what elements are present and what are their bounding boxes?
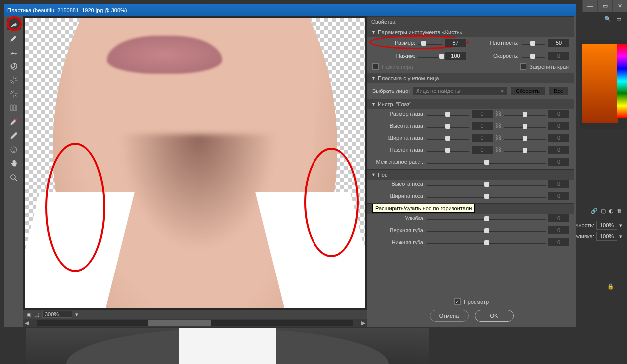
stylus-checkbox <box>372 63 379 70</box>
upper-lip-slider[interactable] <box>427 227 546 234</box>
scroll-right-icon[interactable]: ▶ <box>360 320 367 326</box>
mask-icon[interactable]: ▢ <box>601 208 606 214</box>
triangle-down-icon: ▼ <box>371 76 376 81</box>
fill-input[interactable] <box>596 232 617 241</box>
lower-lip-input[interactable] <box>548 238 570 247</box>
liquify-dialog: Пластика (beautiful-2150881_1920.jpg @ 3… <box>4 4 576 327</box>
reset-face-button[interactable]: Сбросить <box>510 86 545 96</box>
reconstruct-tool[interactable] <box>7 32 21 44</box>
smooth-tool[interactable] <box>7 46 21 58</box>
nose-header[interactable]: ▼ Нос <box>367 169 574 180</box>
properties-header: Свойства <box>367 16 574 27</box>
pressure-input[interactable] <box>445 51 467 60</box>
twirl-tool[interactable] <box>7 60 21 72</box>
eye-height-right-slider[interactable] <box>504 122 546 129</box>
eye-tilt-right-input[interactable] <box>548 145 570 154</box>
fit-icon[interactable]: ▣ <box>26 311 31 318</box>
dialog-titlebar[interactable]: Пластика (beautiful-2150881_1920.jpg @ 3… <box>4 4 576 16</box>
eye-width-left-input[interactable] <box>471 133 493 142</box>
horizontal-scrollbar[interactable]: ◀ ▶ <box>23 319 367 327</box>
link-icon[interactable]: ⛓ <box>495 147 502 153</box>
density-input[interactable] <box>548 38 570 47</box>
forward-warp-tool[interactable] <box>7 18 21 30</box>
eye-size-left-input[interactable] <box>471 109 493 118</box>
actual-icon[interactable]: ▢ <box>34 311 39 318</box>
adjust-icon[interactable]: ◐ <box>609 208 614 214</box>
pressure-slider[interactable] <box>418 52 442 59</box>
size-slider[interactable] <box>418 39 442 46</box>
hand-tool[interactable] <box>7 158 21 170</box>
eye-tilt-left-slider[interactable] <box>427 146 469 153</box>
nose-height-slider[interactable] <box>427 181 546 187</box>
thaw-mask-tool[interactable] <box>7 130 21 142</box>
size-input[interactable] <box>445 38 467 47</box>
nose-height-label: Высота носа: <box>371 181 425 187</box>
scrollbar-thumb[interactable] <box>148 320 211 326</box>
link-icon[interactable]: ⛓ <box>495 135 502 141</box>
link-icon[interactable]: ⛓ <box>495 123 502 129</box>
liquify-canvas[interactable] <box>25 18 365 308</box>
eye-distance-slider[interactable] <box>427 158 546 165</box>
face-tool[interactable] <box>7 144 21 156</box>
link-icon[interactable]: 🔗 <box>591 208 598 214</box>
eye-height-left-input[interactable] <box>471 121 493 130</box>
rate-slider[interactable] <box>522 52 545 59</box>
eye-tilt-left-input[interactable] <box>471 145 493 154</box>
stylus-label: Нажим пера <box>382 64 413 70</box>
eye-height-right-input[interactable] <box>548 121 570 130</box>
eyes-header[interactable]: ▼ Инстр. "Глаз" <box>367 99 574 109</box>
hue-strip[interactable] <box>617 44 627 118</box>
eye-width-left-slider[interactable] <box>427 134 469 141</box>
maximize-button[interactable]: ▭ <box>597 0 612 12</box>
color-gradient[interactable] <box>582 44 618 123</box>
chevron-down-icon[interactable]: ▾ <box>619 222 622 229</box>
eye-width-right-slider[interactable] <box>504 134 546 141</box>
opacity-input[interactable] <box>596 221 617 230</box>
search-icon[interactable]: 🔍 <box>604 16 611 22</box>
eye-size-right-slider[interactable] <box>504 110 546 117</box>
upper-lip-input[interactable] <box>548 226 570 235</box>
nose-width-input[interactable] <box>548 191 570 200</box>
freeze-mask-tool[interactable] <box>7 116 21 128</box>
all-faces-button[interactable]: Все <box>548 86 569 96</box>
ok-button[interactable]: OK <box>475 310 514 322</box>
mouth-header[interactable]: ▼ Рот Расширить/сузить нос по горизонтал… <box>367 203 574 214</box>
chevron-down-icon[interactable]: ▾ <box>75 311 78 318</box>
bloat-tool[interactable] <box>7 88 21 100</box>
eye-width-right-input[interactable] <box>548 133 570 142</box>
eye-size-left-slider[interactable] <box>427 110 469 117</box>
eye-distance-input[interactable] <box>548 157 570 166</box>
close-button[interactable]: ✕ <box>612 0 627 12</box>
density-slider[interactable] <box>522 39 545 46</box>
density-label: Плотность: <box>475 40 519 46</box>
color-picker-panel[interactable] <box>580 40 627 129</box>
scroll-left-icon[interactable]: ◀ <box>23 320 30 326</box>
eye-tilt-right-slider[interactable] <box>504 146 546 153</box>
top-search-area: 🔍 ▭ <box>604 16 621 22</box>
liquify-toolstrip <box>4 16 23 327</box>
brush-section-header[interactable]: ▼ Параметры инструмента «Кисть» <box>367 27 574 37</box>
smile-input[interactable] <box>548 214 570 223</box>
pressure-label: Нажим: <box>371 53 415 59</box>
lower-lip-label: Нижняя губа: <box>371 239 425 245</box>
zoom-input[interactable] <box>42 311 72 318</box>
push-left-tool[interactable] <box>7 102 21 114</box>
chevron-down-icon[interactable]: ▾ <box>619 233 622 240</box>
pucker-tool[interactable] <box>7 74 21 86</box>
face-aware-header[interactable]: ▼ Пластика с учетом лица <box>367 73 574 83</box>
eye-height-left-slider[interactable] <box>427 122 469 129</box>
nose-width-slider[interactable] <box>427 192 546 199</box>
link-icon[interactable]: ⛓ <box>495 111 502 117</box>
preview-checkbox[interactable]: ✓ <box>454 298 461 305</box>
eye-size-right-input[interactable] <box>548 109 570 118</box>
delete-icon[interactable]: 🗑 <box>617 208 622 214</box>
lower-lip-slider[interactable] <box>427 239 546 246</box>
workspace-icon[interactable]: ▭ <box>616 16 621 22</box>
zoom-tool[interactable] <box>7 172 21 183</box>
smile-slider[interactable] <box>427 215 546 222</box>
pin-edges-checkbox[interactable] <box>520 63 526 70</box>
cancel-button[interactable]: Отмена <box>430 310 469 322</box>
minimize-button[interactable]: — <box>582 0 597 12</box>
select-face-dropdown[interactable]: Лица не найдены ▾ <box>413 86 507 96</box>
nose-height-input[interactable] <box>548 180 570 188</box>
